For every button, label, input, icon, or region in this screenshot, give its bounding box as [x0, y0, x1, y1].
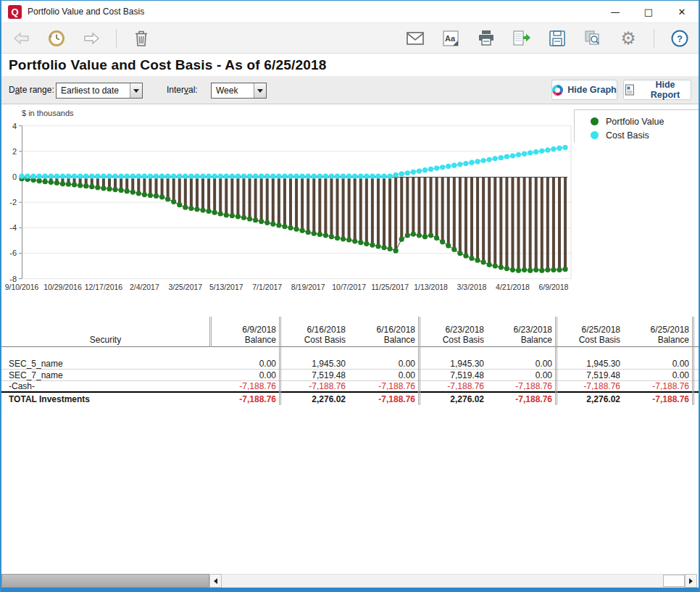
graph-panel: 420-2-4-6-89/10/201610/29/201612/17/2016… — [1, 104, 699, 311]
column-header[interactable]: 6/25/2018Cost Basis — [555, 325, 623, 346]
table-row[interactable]: -Cash--7,188.76-7,188.76-7,188.76-7,188.… — [1, 381, 699, 393]
column-header[interactable]: 6/16/2018Cost Basis — [279, 325, 349, 346]
chevron-down-icon[interactable] — [254, 83, 266, 98]
forward-arrow-icon[interactable] — [81, 28, 101, 49]
svg-text:-2: -2 — [9, 198, 17, 207]
help-icon[interactable]: ? — [670, 28, 690, 49]
amount-cell: -7,188.76 — [623, 381, 692, 391]
font-format-icon[interactable]: Aa — [441, 28, 461, 49]
amount-cell: -7,188.76 — [487, 381, 555, 391]
portfolio-value-series — [19, 176, 567, 273]
amount-cell: 0.00 — [349, 370, 418, 380]
title-bar: Q Portfolio Value and Cost Basis — □ ✕ — [1, 1, 699, 22]
column-header-security[interactable]: Security — [1, 335, 209, 346]
chart-legend: Portfolio ValueCost Basis — [574, 109, 699, 143]
history-icon[interactable] — [46, 28, 67, 49]
amount-cell: -7,188.76 — [555, 381, 623, 391]
close-button[interactable]: ✕ — [665, 1, 699, 22]
amount-cell: 0.00 — [349, 359, 418, 369]
svg-text:?: ? — [677, 33, 683, 44]
graph-donut-icon — [552, 85, 563, 96]
y-axis-units-label: $ in thousands — [22, 109, 74, 117]
app-window: Q Portfolio Value and Cost Basis — □ ✕ — [0, 0, 700, 592]
amount-cell: 2,276.02 — [418, 394, 487, 404]
svg-text:-8: -8 — [9, 275, 17, 283]
scrollbar-thumb[interactable] — [663, 575, 685, 587]
legend-dot-icon — [591, 131, 599, 139]
svg-text:-6: -6 — [9, 249, 17, 257]
security-name: SEC_5_name — [1, 359, 209, 369]
hide-graph-button[interactable]: Hide Graph — [551, 80, 617, 100]
interval-label: Interval: — [167, 85, 198, 95]
amount-cell: 0.00 — [209, 370, 279, 380]
column-group-separator — [418, 317, 420, 405]
column-header[interactable]: 6/9/2018Balance — [209, 325, 279, 346]
svg-text:Aa: Aa — [445, 34, 456, 43]
amount-cell: -7,188.76 — [209, 394, 279, 404]
legend-dot-icon — [591, 117, 599, 125]
table-row[interactable]: SEC_7_name0.007,519.480.007,519.480.007,… — [1, 370, 699, 381]
report-doc-icon — [624, 84, 636, 96]
table-row[interactable]: TOTAL Investments-7,188.762,276.02-7,188… — [1, 393, 699, 405]
amount-cell: -7,188.76 — [209, 381, 279, 391]
svg-text:10/29/2016: 10/29/2016 — [43, 283, 82, 291]
legend-item: Cost Basis — [591, 128, 699, 142]
column-header[interactable]: 6/25/2018Balance — [623, 325, 692, 346]
cost-basis-series — [19, 145, 567, 179]
interval-select[interactable]: Week — [211, 83, 267, 99]
report-controls: Date range: Earliest to date Interval: W… — [1, 76, 699, 104]
svg-text:9/10/2016: 9/10/2016 — [5, 283, 39, 291]
amount-cell: 0.00 — [623, 359, 692, 369]
amount-cell: -7,188.76 — [487, 394, 555, 404]
amount-cell: 1,945.30 — [279, 359, 349, 369]
svg-text:5/13/2017: 5/13/2017 — [209, 283, 243, 291]
scroll-left-icon — [214, 578, 217, 584]
print-icon[interactable] — [476, 28, 496, 49]
back-arrow-icon[interactable] — [12, 28, 32, 49]
svg-text:10/7/2017: 10/7/2017 — [332, 283, 366, 291]
svg-text:4: 4 — [12, 122, 17, 130]
scrollbar-track[interactable] — [222, 574, 685, 588]
security-name: -Cash- — [1, 381, 209, 391]
table-header-row: Security6/9/2018Balance6/16/2018Cost Bas… — [1, 317, 699, 347]
scroll-right-button[interactable] — [685, 574, 697, 588]
hide-report-button[interactable]: Hide Report — [623, 80, 691, 100]
security-name: TOTAL Investments — [1, 394, 209, 404]
report-header: Portfolio Value and Cost Basis - As of 6… — [1, 54, 699, 76]
minimize-button[interactable]: — — [599, 1, 632, 22]
print-preview-icon[interactable] — [583, 28, 603, 49]
column-header[interactable]: 6/16/2018Balance — [349, 325, 418, 346]
window-bottom-border — [1, 588, 699, 592]
amount-cell: -7,188.76 — [623, 394, 692, 404]
toolbar: Aa ⚙ ? — [1, 22, 699, 54]
delete-trash-icon[interactable] — [131, 28, 151, 49]
column-header[interactable]: 6/23/2018Balance — [487, 325, 555, 346]
chevron-down-icon[interactable] — [130, 83, 142, 98]
legend-item: Portfolio Value — [591, 114, 699, 128]
svg-text:0: 0 — [12, 172, 17, 181]
column-header[interactable]: 6/23/2018Cost Basis — [418, 325, 487, 346]
amount-cell: 2,276.02 — [555, 394, 623, 404]
export-icon[interactable] — [512, 28, 532, 49]
security-name: SEC_7_name — [1, 370, 209, 380]
email-icon[interactable] — [405, 28, 425, 49]
amount-cell: 2,276.02 — [279, 394, 349, 404]
date-range-select[interactable]: Earliest to date — [56, 83, 143, 99]
amount-cell: 0.00 — [487, 370, 555, 380]
y-axis: 420-2-4-6-8 — [9, 122, 22, 283]
svg-text:12/17/2016: 12/17/2016 — [85, 283, 123, 291]
svg-text:7/1/2017: 7/1/2017 — [252, 283, 282, 291]
scroll-left-button[interactable] — [209, 574, 222, 588]
amount-cell: 0.00 — [623, 370, 692, 380]
svg-text:2: 2 — [12, 147, 17, 156]
svg-text:1/13/2018: 1/13/2018 — [414, 283, 448, 291]
column-group-separator — [279, 317, 281, 405]
save-icon[interactable] — [547, 28, 567, 49]
settings-gear-icon[interactable]: ⚙ — [618, 28, 638, 49]
svg-text:6/9/2018: 6/9/2018 — [538, 283, 568, 291]
amount-cell: -7,188.76 — [349, 394, 418, 404]
svg-text:2/4/2017: 2/4/2017 — [130, 283, 159, 291]
maximize-button[interactable]: □ — [632, 1, 665, 22]
amount-cell: -7,188.76 — [349, 381, 418, 391]
table-row[interactable]: SEC_5_name0.001,945.300.001,945.300.001,… — [1, 358, 699, 370]
